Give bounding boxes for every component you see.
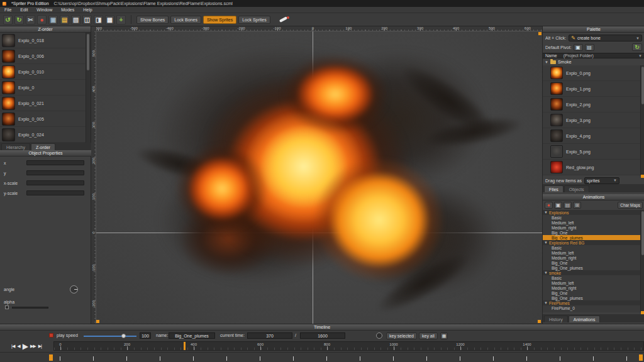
alpha-slider[interactable] xyxy=(12,307,48,309)
record-icon[interactable]: ● xyxy=(37,15,47,25)
zorder-item[interactable]: Explo_0 xyxy=(0,80,86,96)
zorder-item[interactable]: Explo_0_010 xyxy=(0,64,86,80)
duplicate-animation-icon[interactable]: ▣ xyxy=(554,202,562,209)
stop-icon[interactable] xyxy=(49,333,53,337)
x-input[interactable] xyxy=(26,160,84,165)
animation-item[interactable]: Medium_left xyxy=(543,250,641,255)
animation-group[interactable]: ▼ smoke xyxy=(543,270,641,275)
animation-item[interactable]: Medium_left xyxy=(543,220,641,225)
timeline-ruler[interactable]: 0 200 400 600 800 1000 1200 1400 xyxy=(53,341,644,351)
delete-animation-icon[interactable]: ▤ xyxy=(564,202,572,209)
tab-history[interactable]: History xyxy=(544,315,568,322)
file-item[interactable]: Explo_1.png xyxy=(543,81,641,97)
menu-modes[interactable]: Modes xyxy=(57,7,79,13)
keyframe-tick[interactable] xyxy=(360,356,360,361)
animation-item[interactable]: Basic xyxy=(543,245,641,250)
resize-handle[interactable] xyxy=(641,311,644,314)
zorder-item[interactable]: Explo_0_024 xyxy=(0,127,86,143)
y-input[interactable] xyxy=(26,170,84,175)
drag-type-dropdown[interactable]: sprites ▼ xyxy=(584,177,619,184)
canvas-viewport[interactable] xyxy=(96,31,542,324)
zorder-scrollbar[interactable] xyxy=(86,33,91,143)
menu-help[interactable]: Help xyxy=(79,7,96,13)
keyframe-tick[interactable] xyxy=(93,356,94,361)
scroll-handle[interactable] xyxy=(639,354,643,361)
keyframe-icon[interactable]: ◨ xyxy=(94,15,103,25)
next-frame-button[interactable]: ▶▶ xyxy=(30,344,36,349)
toolbar-button-lock-bones[interactable]: Lock Bones xyxy=(170,16,201,24)
copy-icon[interactable]: ▣ xyxy=(48,15,58,25)
scroll-handle[interactable] xyxy=(49,354,53,361)
tab-hierarchy[interactable]: Hierarchy xyxy=(1,143,30,150)
animation-item[interactable]: Medium_right xyxy=(543,255,641,260)
play-speed-slider[interactable] xyxy=(84,336,136,337)
y-scale-input[interactable] xyxy=(26,190,84,195)
keyframe-tick[interactable] xyxy=(393,356,394,361)
tab-objects[interactable]: Objects xyxy=(564,185,589,192)
play-button[interactable]: ▶ xyxy=(23,342,28,351)
keyframe-tick[interactable] xyxy=(326,356,327,361)
key-all-button[interactable]: key all xyxy=(419,332,438,339)
zorder-item[interactable]: Explo_0_005 xyxy=(0,111,86,127)
scrollbar-thumb[interactable] xyxy=(641,211,644,255)
new-animation-icon[interactable]: ● xyxy=(545,202,553,209)
animation-item[interactable]: Big_One_plumes xyxy=(543,235,641,240)
play-speed-value[interactable]: 100 xyxy=(140,332,151,339)
key-options-icon[interactable]: ▦ xyxy=(440,332,448,339)
redo-icon[interactable]: ↻ xyxy=(14,15,24,25)
timeline-strip[interactable] xyxy=(0,352,644,362)
key-selected-button[interactable]: key selected xyxy=(386,332,417,339)
toolbar-button-show-bones[interactable]: Show Bones xyxy=(136,16,169,24)
resize-handle[interactable] xyxy=(538,32,541,35)
animation-item[interactable]: Basic xyxy=(543,275,641,280)
center-view-icon[interactable]: + xyxy=(116,15,126,25)
tab-z-order[interactable]: Z-order xyxy=(31,143,55,150)
animation-item[interactable]: Big_One xyxy=(543,260,641,265)
animation-item[interactable]: Big_One xyxy=(543,230,641,235)
keyframe-tick[interactable] xyxy=(260,356,260,361)
keyframe-tick[interactable] xyxy=(60,356,60,361)
x-scale-input[interactable] xyxy=(26,180,84,185)
menu-edit[interactable]: Edit xyxy=(16,7,32,13)
last-frame-button[interactable]: ▶| xyxy=(38,344,42,349)
folder-row[interactable]: ▼ Smoke xyxy=(543,59,644,65)
menu-window[interactable]: Window xyxy=(32,7,57,13)
file-item[interactable]: Explo_2.png xyxy=(543,97,641,112)
undo-icon[interactable]: ↺ xyxy=(3,15,13,25)
keyframe-tick[interactable] xyxy=(426,356,427,361)
angle-dial[interactable] xyxy=(70,285,78,293)
total-time-field[interactable]: 1600 xyxy=(300,332,345,339)
file-item[interactable]: Explo_0.png xyxy=(543,65,641,81)
name-column-header[interactable]: Name xyxy=(545,53,557,58)
pivot-preset-button[interactable]: ▣ xyxy=(574,44,583,51)
menu-file[interactable]: File xyxy=(0,7,16,13)
collapse-icon[interactable]: ▼ xyxy=(544,211,548,214)
current-time-field[interactable]: 370 xyxy=(247,332,292,339)
resize-handle[interactable] xyxy=(96,320,99,323)
keyframe-tick[interactable] xyxy=(160,356,160,361)
animation-item[interactable]: Big_One xyxy=(543,290,641,295)
keyframe-tick[interactable] xyxy=(626,356,627,361)
collapse-icon[interactable]: ▼ xyxy=(544,241,548,244)
animation-group[interactable]: ▼ Explosions xyxy=(543,210,641,215)
chevron-down-icon[interactable]: ▼ xyxy=(638,54,642,58)
keyframe-tick[interactable] xyxy=(560,356,560,361)
zorder-item[interactable]: Explo_0_018 xyxy=(0,33,86,48)
resize-animation-icon[interactable]: ⊞ xyxy=(573,202,581,209)
collapse-icon[interactable]: ▼ xyxy=(545,60,548,64)
tab-files[interactable]: Files xyxy=(544,185,564,192)
zorder-item[interactable]: Explo_0_021 xyxy=(0,96,86,111)
keyframe-tick[interactable] xyxy=(460,356,460,361)
keyframe-tick[interactable] xyxy=(526,356,527,361)
first-frame-button[interactable]: |◀ xyxy=(11,344,14,349)
resize-handle[interactable] xyxy=(641,175,644,178)
animation-item[interactable]: Big_One_plumes xyxy=(543,295,641,300)
animation-item[interactable]: Medium_left xyxy=(543,280,641,285)
zorder-item[interactable]: Explo_0_006 xyxy=(0,48,86,64)
animations-scrollbar[interactable] xyxy=(640,210,644,312)
animation-item[interactable]: Medium_right xyxy=(543,225,641,230)
animation-group[interactable]: ▼ FirePlumes xyxy=(543,300,641,305)
resize-handle[interactable] xyxy=(538,320,541,323)
char-maps-button[interactable]: Char Maps xyxy=(618,202,643,209)
file-item[interactable]: Explo_4.png xyxy=(543,128,641,144)
